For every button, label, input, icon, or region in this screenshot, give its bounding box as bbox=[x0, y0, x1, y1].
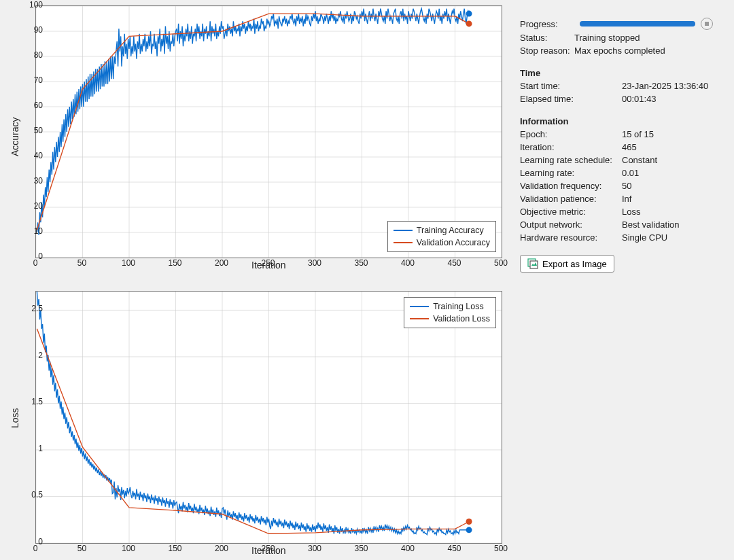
start-time-label: Start time: bbox=[520, 81, 622, 91]
obj-value: Loss bbox=[622, 207, 640, 217]
stop-reason-label: Stop reason: bbox=[520, 46, 574, 56]
export-label: Export as Image bbox=[542, 259, 607, 269]
iteration-label: Iteration: bbox=[520, 142, 622, 152]
time-header: Time bbox=[520, 68, 723, 78]
export-button[interactable]: Export as Image bbox=[520, 255, 614, 273]
epoch-value: 15 of 15 bbox=[622, 129, 654, 139]
val-freq-value: 50 bbox=[622, 181, 631, 191]
loss-ylabel: Loss bbox=[10, 408, 20, 428]
lr-sched-value: Constant bbox=[622, 155, 657, 165]
svg-point-22 bbox=[466, 11, 472, 17]
val-freq-label: Validation frequency: bbox=[520, 181, 622, 191]
elapsed-value: 00:01:43 bbox=[622, 94, 657, 104]
status-label: Status: bbox=[520, 33, 574, 43]
status-value: Training stopped bbox=[574, 33, 640, 43]
svg-point-23 bbox=[466, 20, 472, 27]
lr-label: Learning rate: bbox=[520, 168, 622, 178]
start-time-value: 23-Jan-2025 13:36:40 bbox=[622, 81, 708, 91]
out-label: Output network: bbox=[520, 220, 622, 230]
legend-train-loss: Training Loss bbox=[433, 302, 484, 311]
obj-label: Objective metric: bbox=[520, 207, 622, 217]
svg-point-42 bbox=[466, 519, 472, 525]
export-icon bbox=[527, 258, 538, 269]
epoch-label: Epoch: bbox=[520, 129, 622, 139]
svg-point-41 bbox=[466, 527, 472, 533]
stop-icon[interactable] bbox=[701, 18, 713, 30]
elapsed-label: Elapsed time: bbox=[520, 94, 622, 104]
hw-value: Single CPU bbox=[622, 232, 667, 243]
out-value: Best validation bbox=[622, 220, 680, 230]
hw-label: Hardware resource: bbox=[520, 232, 622, 243]
lr-sched-label: Learning rate schedule: bbox=[520, 155, 622, 165]
accuracy-plot: Training Accuracy Validation Accuracy bbox=[35, 5, 502, 258]
legend-train-acc: Training Accuracy bbox=[417, 226, 484, 235]
iteration-value: 465 bbox=[622, 142, 637, 152]
legend-val-acc: Validation Accuracy bbox=[417, 238, 490, 247]
info-panel: Progress: Status:Training stopped Stop r… bbox=[513, 0, 734, 560]
legend-val-loss: Validation Loss bbox=[433, 314, 490, 323]
loss-plot: Training Loss Validation Loss bbox=[35, 291, 502, 544]
val-pat-label: Validation patience: bbox=[520, 194, 622, 204]
loss-legend: Training Loss Validation Loss bbox=[404, 297, 496, 328]
stop-reason-value: Max epochs completed bbox=[574, 46, 665, 56]
accuracy-legend: Training Accuracy Validation Accuracy bbox=[387, 221, 496, 252]
progress-bar bbox=[580, 21, 695, 27]
progress-label: Progress: bbox=[520, 19, 574, 29]
val-pat-value: Inf bbox=[622, 194, 631, 204]
info-header: Information bbox=[520, 116, 723, 126]
lr-value: 0.01 bbox=[622, 168, 639, 178]
charts-column: Training Accuracy Validation Accuracy Ac… bbox=[0, 0, 513, 560]
